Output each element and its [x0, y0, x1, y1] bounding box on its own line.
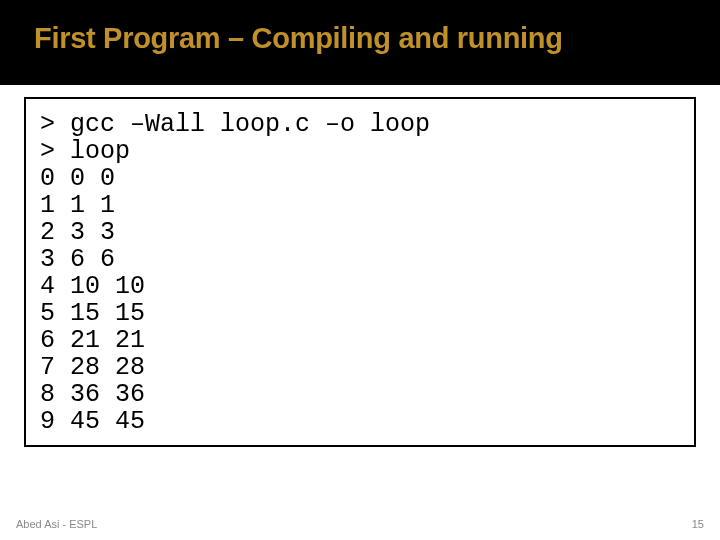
title-band: First Program – Compiling and running: [0, 0, 720, 85]
code-line-8: 6 21 21: [40, 327, 680, 354]
code-line-6: 4 10 10: [40, 273, 680, 300]
code-line-11: 9 45 45: [40, 408, 680, 435]
footer: Abed Asi - ESPL 15: [16, 518, 704, 530]
slide-number: 15: [692, 518, 704, 530]
code-line-7: 5 15 15: [40, 300, 680, 327]
code-line-10: 8 36 36: [40, 381, 680, 408]
code-line-0: > gcc –Wall loop.c –o loop: [40, 111, 680, 138]
footer-author: Abed Asi - ESPL: [16, 518, 97, 530]
code-line-2: 0 0 0: [40, 165, 680, 192]
slide-title: First Program – Compiling and running: [34, 22, 563, 54]
code-line-4: 2 3 3: [40, 219, 680, 246]
code-line-9: 7 28 28: [40, 354, 680, 381]
code-box: > gcc –Wall loop.c –o loop > loop 0 0 0 …: [24, 97, 696, 447]
code-line-5: 3 6 6: [40, 246, 680, 273]
code-line-3: 1 1 1: [40, 192, 680, 219]
code-line-1: > loop: [40, 138, 680, 165]
